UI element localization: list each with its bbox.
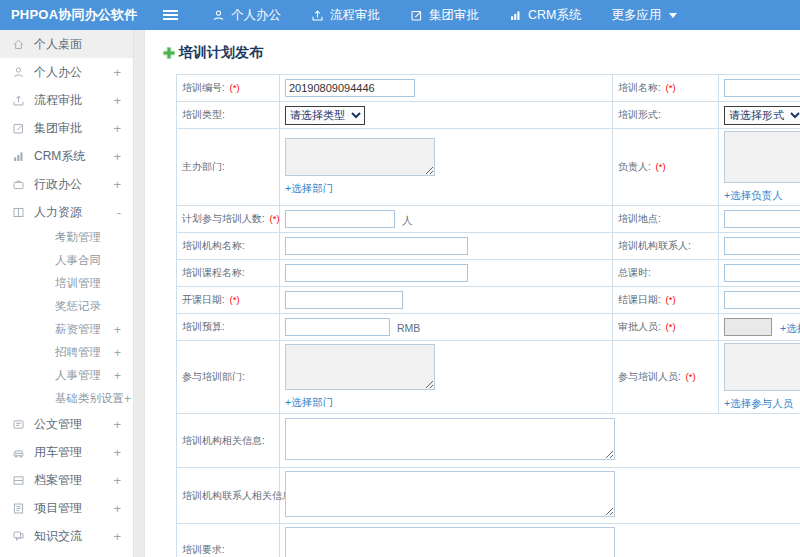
unit-people: 人 xyxy=(402,214,413,226)
user-icon xyxy=(12,66,25,79)
briefcase-icon xyxy=(12,178,25,191)
sidebar-item-archives[interactable]: 档案管理 + xyxy=(0,466,133,494)
label-approver: 审批人员: (*) xyxy=(613,314,719,341)
planned-count-input[interactable] xyxy=(285,210,395,228)
top-nav-bar: PHPOA协同办公软件 个人办公 流程审批 集团审批 CRM系统 更多应用 xyxy=(0,0,800,30)
label-training-type: 培训类型: xyxy=(177,102,280,129)
location-input[interactable] xyxy=(724,210,800,228)
leader-textarea[interactable] xyxy=(724,131,800,183)
label-planned-count: 计划参与培训人数: (*) xyxy=(177,206,280,233)
chat-icon xyxy=(12,530,25,543)
flow-icon xyxy=(311,9,324,22)
select-dept-link[interactable]: +选择部门 xyxy=(285,182,607,196)
top-nav-crm[interactable]: CRM系统 xyxy=(509,7,581,24)
start-date-input[interactable] xyxy=(285,291,403,309)
org-name-input[interactable] xyxy=(285,237,468,255)
sidebar-subitem-rewards[interactable]: 奖惩记录 xyxy=(0,295,133,318)
requirements-textarea[interactable] xyxy=(285,527,615,557)
sidebar-item-projects[interactable]: 项目管理 + xyxy=(0,494,133,522)
sidebar-item-personal-desktop[interactable]: 个人桌面 xyxy=(0,30,133,58)
add-plus-icon xyxy=(162,46,176,60)
label-location: 培训地点: xyxy=(613,206,719,233)
sidebar-item-hr[interactable]: 人力资源 - xyxy=(0,198,133,226)
training-mode-select[interactable]: 请选择形式 xyxy=(724,106,800,125)
content-panel: 培训计划发布 培训编号: (*) 培训名称: (*) 培训类型: 请选择类型 培… xyxy=(144,30,800,557)
label-training-name: 培训名称: (*) xyxy=(613,75,719,102)
join-dept-textarea[interactable] xyxy=(285,344,435,390)
sidebar-subitem-personnel[interactable]: 人事管理 + xyxy=(0,364,133,387)
edit-icon xyxy=(12,122,25,135)
org-contact-info-textarea[interactable] xyxy=(285,471,615,517)
project-icon xyxy=(12,502,25,515)
sidebar: 个人桌面 个人办公 + 流程审批 + 集团审批 + CRM系统 + 行政办公 +… xyxy=(0,30,134,557)
flow-icon xyxy=(12,94,25,107)
document-icon xyxy=(12,418,25,431)
sidebar-item-documents[interactable]: 公文管理 + xyxy=(0,410,133,438)
sidebar-subitem-training[interactable]: 培训管理 xyxy=(0,272,133,295)
budget-input[interactable] xyxy=(285,318,390,336)
page-title: 培训计划发布 xyxy=(162,44,800,62)
home-icon xyxy=(12,38,25,51)
sidebar-item-knowledge[interactable]: 知识交流 + xyxy=(0,522,133,550)
label-training-mode: 培训形式: xyxy=(613,102,719,129)
label-requirements: 培训要求: xyxy=(177,524,280,557)
training-plan-form: 培训编号: (*) 培训名称: (*) 培训类型: 请选择类型 培训形式: 请选… xyxy=(176,74,800,557)
training-number-input[interactable] xyxy=(285,79,415,97)
top-nav-more-apps[interactable]: 更多应用 xyxy=(611,7,677,24)
label-org-name: 培训机构名称: xyxy=(177,233,280,260)
label-leader: 负责人: (*) xyxy=(613,129,719,206)
select-leader-link[interactable]: +选择负责人 xyxy=(724,189,800,203)
top-nav-flow-approval[interactable]: 流程审批 xyxy=(311,7,380,24)
training-name-input[interactable] xyxy=(724,79,800,97)
app-brand: PHPOA协同办公软件 xyxy=(0,6,149,24)
course-name-input[interactable] xyxy=(285,264,468,282)
car-icon xyxy=(12,446,25,459)
sidebar-subitem-attendance[interactable]: 考勤管理 xyxy=(0,226,133,249)
end-date-input[interactable] xyxy=(724,291,800,309)
edit-icon xyxy=(410,9,423,22)
label-org-contact-info: 培训机构联系人相关信息: xyxy=(177,468,280,524)
unit-rmb: RMB xyxy=(397,322,420,334)
label-org-info: 培训机构相关信息: xyxy=(177,414,280,468)
user-icon xyxy=(212,9,225,22)
select-join-people-link[interactable]: +选择参与人员 xyxy=(724,397,800,411)
sidebar-item-personal-office[interactable]: 个人办公 + xyxy=(0,58,133,86)
menu-icon[interactable] xyxy=(163,14,178,16)
label-join-people: 参与培训人员: (*) xyxy=(613,341,719,414)
label-start-date: 开课日期: (*) xyxy=(177,287,280,314)
training-type-select[interactable]: 请选择类型 xyxy=(285,106,365,125)
archive-icon xyxy=(12,474,25,487)
sidebar-item-vehicle[interactable]: 用车管理 + xyxy=(0,438,133,466)
sidebar-subitem-salary[interactable]: 薪资管理 + xyxy=(0,318,133,341)
top-nav-group-approval[interactable]: 集团审批 xyxy=(410,7,479,24)
sidebar-subitem-hr-contract[interactable]: 人事合同 xyxy=(0,249,133,272)
label-training-number: 培训编号: (*) xyxy=(177,75,280,102)
select-join-dept-link[interactable]: +选择部门 xyxy=(285,396,607,410)
label-join-dept: 参与培训部门: xyxy=(177,341,280,414)
label-end-date: 结课日期: (*) xyxy=(613,287,719,314)
sidebar-item-flow-approval[interactable]: 流程审批 + xyxy=(0,86,133,114)
org-info-textarea[interactable] xyxy=(285,418,615,460)
label-total-hours: 总课时: xyxy=(613,260,719,287)
chart-icon xyxy=(12,150,25,163)
sidebar-item-admin-office[interactable]: 行政办公 + xyxy=(0,170,133,198)
book-icon xyxy=(12,206,25,219)
label-org-contact: 培训机构联系人: xyxy=(613,233,719,260)
host-dept-textarea[interactable] xyxy=(285,138,435,176)
org-contact-input[interactable] xyxy=(724,237,800,255)
label-budget: 培训预算: xyxy=(177,314,280,341)
total-hours-input[interactable] xyxy=(724,264,800,282)
caret-down-icon xyxy=(669,13,677,18)
select-approver-link[interactable]: +选择审批人员 xyxy=(780,322,800,334)
label-course-name: 培训课程名称: xyxy=(177,260,280,287)
sidebar-subitem-recruit[interactable]: 招聘管理 + xyxy=(0,341,133,364)
approver-input[interactable] xyxy=(724,318,772,336)
sidebar-subitem-base-category[interactable]: 基础类别设置 + xyxy=(0,387,133,410)
sidebar-item-group-approval[interactable]: 集团审批 + xyxy=(0,114,133,142)
top-nav-personal-office[interactable]: 个人办公 xyxy=(212,7,281,24)
label-host-dept: 主办部门: xyxy=(177,129,280,206)
join-people-textarea[interactable] xyxy=(724,343,800,391)
sidebar-item-crm[interactable]: CRM系统 + xyxy=(0,142,133,170)
top-nav: 个人办公 流程审批 集团审批 CRM系统 更多应用 xyxy=(212,7,677,24)
chart-icon xyxy=(509,9,522,22)
